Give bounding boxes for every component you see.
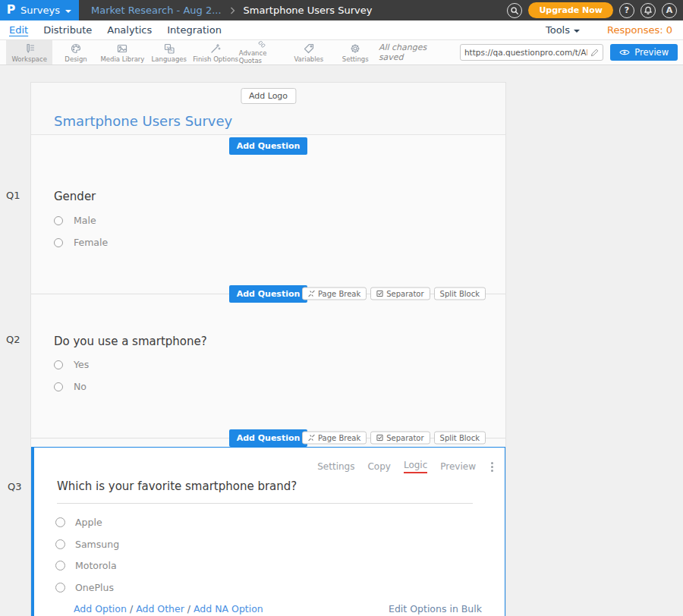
top-bar: P Surveys Market Research - Aug 2... Sma… (0, 0, 683, 20)
toolbar-item-finish-options[interactable]: Finish Options (192, 40, 238, 64)
add-other-link[interactable]: Add Other (136, 603, 184, 614)
option-label[interactable]: Male (74, 215, 96, 226)
upgrade-now-button[interactable]: Upgrade Now (528, 2, 613, 18)
question-number-q3: Q3 (8, 481, 22, 492)
option-label[interactable]: Female (74, 237, 108, 248)
account-avatar[interactable]: A (662, 3, 677, 18)
question-action-menu: Settings Copy Logic Preview (317, 460, 496, 473)
tools-label: Tools (546, 24, 570, 36)
question-settings-link[interactable]: Settings (317, 461, 354, 472)
option-label[interactable]: Apple (75, 517, 102, 528)
survey-title[interactable]: Smartphone Users Survey (54, 113, 232, 129)
chevron-down-icon (574, 30, 580, 33)
toolbar-item-workspace[interactable]: Workspace (6, 40, 52, 64)
image-icon (116, 42, 128, 55)
toolbar-item-settings[interactable]: Settings (332, 40, 379, 64)
toolbar-item-label: Languages (152, 55, 187, 63)
page-break-icon (308, 291, 315, 297)
option-label[interactable]: No (74, 381, 87, 392)
toolbar-item-advance-quotas[interactable]: Advance Quotas (239, 40, 285, 64)
question-block-q3-selected[interactable]: Settings Copy Logic Preview Which is you… (31, 447, 505, 616)
add-na-option-link[interactable]: Add NA Option (194, 603, 263, 614)
edit-pencil-icon[interactable] (590, 49, 599, 57)
tab-analytics[interactable]: Analytics (107, 24, 152, 36)
more-options-icon[interactable] (489, 461, 496, 473)
answer-option: No (54, 381, 87, 392)
add-question-button[interactable]: Add Question (229, 285, 308, 303)
help-button[interactable]: ? (619, 3, 634, 18)
breadcrumb-folder[interactable]: Market Research - Aug 2... (91, 5, 222, 16)
surveys-menu[interactable]: P Surveys (0, 0, 79, 20)
page-break-button[interactable]: Page Break (302, 288, 367, 300)
link-separator: / (130, 603, 133, 614)
toolbar-item-variables[interactable]: Variables (285, 40, 332, 64)
svg-text:x: x (166, 44, 168, 49)
radio-button[interactable] (55, 517, 65, 527)
page-break-button[interactable]: Page Break (302, 432, 367, 445)
add-question-button[interactable]: Add Question (229, 137, 308, 155)
question-copy-link[interactable]: Copy (367, 461, 390, 472)
option-label[interactable]: Yes (74, 359, 89, 370)
split-block-label: Split Block (440, 434, 480, 442)
add-question-button[interactable]: Add Question (229, 429, 308, 447)
page-break-icon (308, 435, 315, 442)
separator-button[interactable]: Separator (370, 288, 430, 300)
responses-count[interactable]: Responses: 0 (607, 24, 672, 36)
eye-icon (619, 49, 630, 56)
preview-button[interactable]: Preview (610, 44, 678, 61)
split-block-button[interactable]: Split Block (434, 432, 486, 445)
radio-button[interactable] (54, 382, 63, 391)
radio-button[interactable] (55, 583, 65, 592)
notifications-button[interactable] (641, 3, 656, 18)
translate-icon: xA (163, 42, 175, 55)
toolbar-item-languages[interactable]: xA Languages (146, 40, 192, 64)
add-option-link[interactable]: Add Option (74, 603, 127, 614)
toolbar-item-media-library[interactable]: Media Library (99, 40, 146, 64)
radio-button[interactable] (54, 360, 63, 369)
tab-integration[interactable]: Integration (167, 24, 222, 36)
checkbox-icon (376, 435, 383, 442)
question-block-q1[interactable]: Gender Male Female (31, 156, 505, 286)
split-block-button[interactable]: Split Block (434, 288, 486, 300)
survey-url-box (460, 44, 603, 61)
question-number-q2: Q2 (6, 334, 20, 345)
gear-icon (349, 42, 361, 55)
survey-url-input[interactable] (464, 48, 587, 57)
link-separator: / (187, 603, 190, 614)
split-block-label: Split Block (440, 290, 480, 298)
radio-button[interactable] (55, 561, 65, 570)
question-logic-link[interactable]: Logic (404, 460, 427, 473)
chevron-down-icon (65, 10, 71, 13)
question-text[interactable]: Gender (54, 190, 96, 203)
tab-distribute[interactable]: Distribute (43, 24, 92, 36)
option-label[interactable]: OnePlus (75, 582, 114, 593)
workspace-icon (24, 42, 36, 55)
radio-button[interactable] (54, 238, 63, 247)
question-text[interactable]: Which is your favorite smartphone brand? (57, 479, 473, 504)
question-preview-link[interactable]: Preview (440, 461, 476, 472)
search-button[interactable] (507, 3, 522, 18)
question-mark-icon: ? (625, 5, 629, 15)
toolbar-item-design[interactable]: Design (52, 40, 99, 64)
option-label[interactable]: Motorola (75, 560, 117, 571)
question-text[interactable]: Do you use a smartphone? (54, 335, 207, 348)
radio-button[interactable] (55, 539, 65, 549)
answer-option: Apple (55, 517, 102, 528)
edit-options-in-bulk-link[interactable]: Edit Options in Bulk (389, 603, 482, 614)
breadcrumb-current: Smartphone Users Survey (244, 5, 373, 16)
magic-wand-icon (209, 42, 222, 55)
answer-option: OnePlus (55, 582, 114, 593)
add-logo-button[interactable]: Add Logo (241, 88, 296, 104)
question-block-q2[interactable]: Do you use a smartphone? Yes No (31, 301, 505, 430)
radio-button[interactable] (54, 216, 63, 225)
add-question-row: Add Question (31, 135, 505, 156)
answer-option: Yes (54, 359, 89, 370)
tab-edit[interactable]: Edit (9, 24, 28, 36)
page-break-label: Page Break (318, 290, 360, 298)
option-label[interactable]: Samsung (75, 539, 119, 550)
question-number-q1: Q1 (6, 190, 20, 201)
palette-icon (70, 42, 82, 55)
tools-dropdown[interactable]: Tools (546, 24, 580, 36)
separator-label: Separator (386, 434, 423, 442)
separator-button[interactable]: Separator (370, 432, 430, 445)
